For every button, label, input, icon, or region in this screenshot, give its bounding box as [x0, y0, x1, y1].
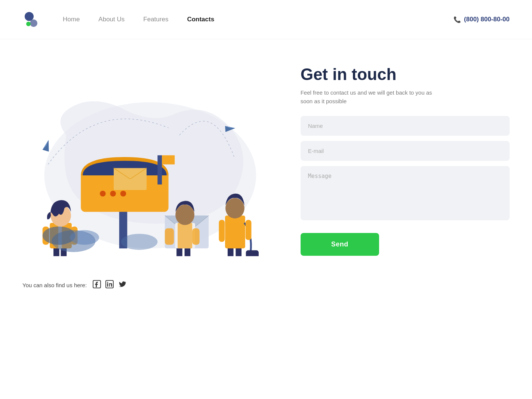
svg-point-13: [110, 191, 116, 197]
message-input[interactable]: [301, 166, 510, 220]
form-subtitle: Feel free to contact us and we will get …: [301, 89, 443, 105]
main-content: Get in touch Feel free to contact us and…: [0, 39, 532, 273]
svg-rect-39: [192, 228, 200, 245]
svg-point-53: [121, 234, 158, 250]
nav-features[interactable]: Features: [143, 16, 168, 23]
nav-contacts[interactable]: Contacts: [187, 16, 214, 23]
logo[interactable]: [22, 10, 40, 28]
navbar: Home About Us Features Contacts 📞 (800) …: [0, 0, 532, 39]
svg-point-49: [225, 198, 245, 219]
nav-about[interactable]: About Us: [98, 16, 124, 23]
svg-rect-10: [157, 155, 162, 184]
svg-rect-11: [162, 155, 175, 164]
name-input[interactable]: [301, 116, 510, 136]
twitter-icon[interactable]: [118, 280, 126, 290]
linkedin-icon[interactable]: [105, 280, 114, 290]
svg-rect-48: [246, 220, 252, 240]
svg-rect-56: [107, 283, 108, 286]
send-button[interactable]: Send: [301, 233, 379, 256]
svg-rect-46: [246, 250, 259, 256]
svg-point-40: [175, 205, 194, 225]
social-footer: You can also find us here:: [0, 273, 532, 305]
svg-point-57: [107, 282, 108, 283]
email-input[interactable]: [301, 141, 510, 161]
svg-rect-47: [219, 220, 225, 242]
svg-rect-38: [165, 228, 174, 245]
phone-number: (800) 800-80-00: [464, 16, 510, 23]
social-icons: [93, 280, 126, 290]
nav-links: Home About Us Features Contacts: [63, 16, 453, 23]
phone-area[interactable]: 📞 (800) 800-80-00: [453, 16, 510, 23]
svg-point-1: [30, 19, 37, 27]
svg-rect-45: [225, 215, 245, 248]
svg-point-12: [100, 191, 106, 197]
nav-home[interactable]: Home: [63, 16, 80, 23]
social-prefix-text: You can also find us here:: [22, 282, 87, 288]
svg-rect-37: [178, 223, 192, 248]
form-title: Get in touch: [301, 65, 510, 83]
svg-point-14: [120, 191, 126, 197]
svg-point-2: [26, 22, 31, 26]
svg-point-0: [25, 12, 34, 21]
phone-icon: 📞: [453, 16, 461, 23]
svg-point-52: [70, 230, 99, 245]
illustration-area: [22, 62, 278, 258]
facebook-icon[interactable]: [93, 280, 101, 290]
form-area: Get in touch Feel free to contact us and…: [293, 62, 510, 256]
